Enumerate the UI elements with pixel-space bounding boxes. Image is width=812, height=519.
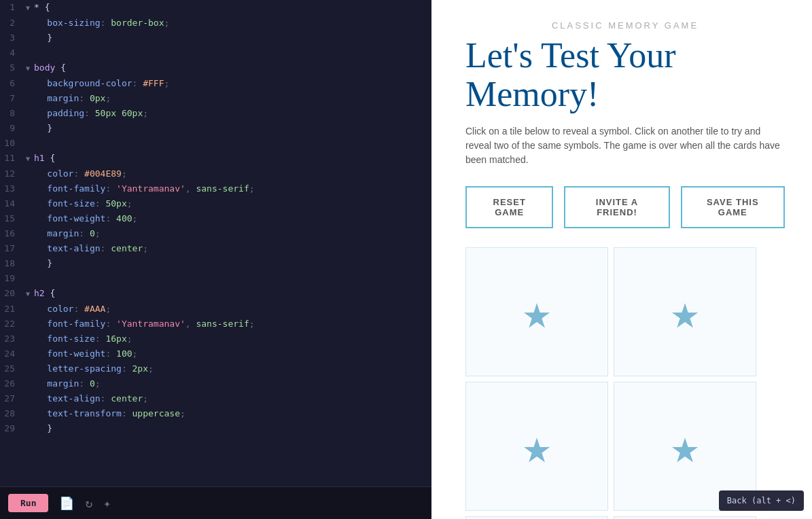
code-line: 1▼ * { [0,0,431,16]
run-button[interactable]: Run [8,494,48,512]
code-line: 21 color: #AAA; [0,302,431,317]
code-line: 15 font-weight: 400; [0,211,431,226]
save-game-button[interactable]: SAVE THIS GAME [681,186,785,228]
code-line: 5▼ body { [0,60,431,76]
code-line: 13 font-family: 'Yantramanav', sans-seri… [0,181,431,196]
code-line: 22 font-family: 'Yantramanav', sans-seri… [0,317,431,332]
code-line: 9 } [0,121,431,136]
reset-game-button[interactable]: RESET GAME [465,186,553,228]
code-line: 16 margin: 0; [0,226,431,241]
code-line: 28 text-transform: uppercase; [0,406,431,421]
copy-icon[interactable]: 📄 [59,496,74,510]
code-line: 17 text-align: center; [0,241,431,256]
game-buttons: RESET GAME INVITE A FRIEND! SAVE THIS GA… [465,186,785,228]
invite-friend-button[interactable]: INVITE A FRIEND! [564,186,669,228]
code-line: 23 font-size: 16px; [0,332,431,346]
game-card[interactable] [465,516,608,519]
code-line: 12 color: #004E89; [0,166,431,181]
code-line: 10 [0,136,431,151]
star-icon: ★ [523,288,551,336]
code-content: 1▼ * {2 box-sizing: border-box;3 }45▼ bo… [0,0,431,436]
code-line: 4 [0,46,431,60]
code-line: 25 letter-spacing: 2px; [0,361,431,376]
code-line: 14 font-size: 50px; [0,196,431,211]
game-panel: CLASSIC MEMORY GAME Let's Test Your Memo… [431,0,812,519]
editor-toolbar: Run 📄 ↻ ✦ [0,486,431,519]
game-card[interactable] [614,516,756,519]
game-card[interactable]: ★ [465,247,608,376]
game-title: Let's Test Your Memory! [465,36,785,113]
code-line: 26 margin: 0; [0,376,431,391]
star-icon: ★ [671,288,699,336]
game-subtitle: CLASSIC MEMORY GAME [465,20,785,31]
code-line: 11▼ h1 { [0,151,431,166]
code-line: 20▼ h2 { [0,286,431,302]
code-line: 29 } [0,421,431,436]
game-grid: ★★★★ [465,247,785,519]
code-editor[interactable]: 1▼ * {2 box-sizing: border-box;3 }45▼ bo… [0,0,431,519]
code-line: 18 } [0,256,431,271]
code-line: 24 font-weight: 100; [0,346,431,361]
code-line: 3 } [0,31,431,46]
code-line: 19 [0,271,431,286]
game-description: Click on a tile below to reveal a symbol… [465,124,785,167]
game-card[interactable]: ★ [614,247,756,376]
star-icon: ★ [523,423,551,470]
code-line: 8 padding: 50px 60px; [0,106,431,121]
settings-icon[interactable]: ✦ [103,496,111,510]
code-line: 6 background-color: #FFF; [0,76,431,91]
code-line: 2 box-sizing: border-box; [0,16,431,31]
refresh-icon[interactable]: ↻ [85,496,92,510]
game-card[interactable]: ★ [465,382,608,511]
code-line: 27 text-align: center; [0,391,431,406]
star-icon: ★ [671,423,699,470]
back-tooltip: Back (alt + <) [719,490,804,511]
code-line: 7 margin: 0px; [0,91,431,106]
